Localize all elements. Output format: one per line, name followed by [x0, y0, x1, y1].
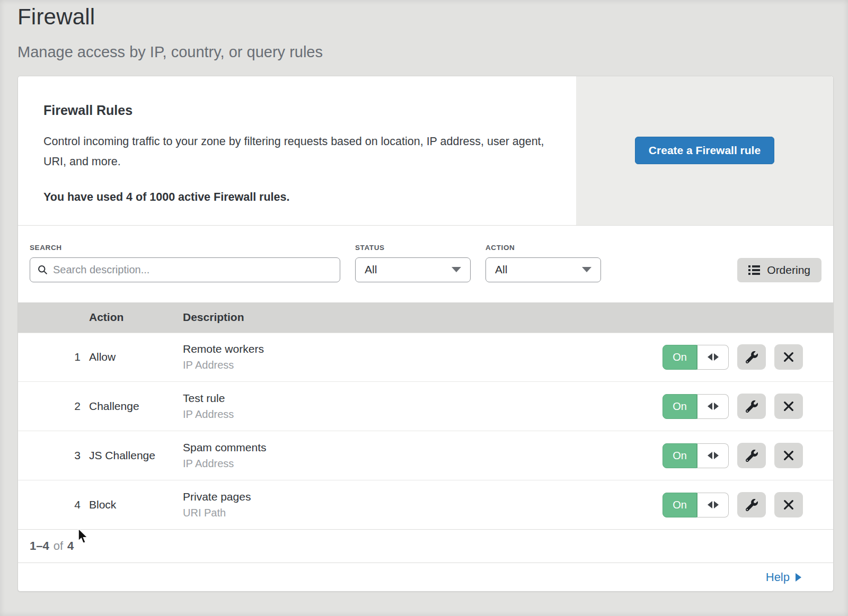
create-firewall-rule-button[interactable]: Create a Firewall rule [635, 137, 774, 164]
close-icon [783, 499, 794, 511]
column-header-action: Action [89, 311, 183, 324]
toggle-on-segment[interactable]: On [662, 493, 697, 517]
search-label: SEARCH [30, 244, 340, 252]
rule-enabled-toggle[interactable]: On [662, 493, 729, 517]
action-select[interactable]: All [485, 257, 601, 282]
pagination-total: 4 [67, 539, 74, 553]
filters-bar: SEARCH STATUS All ACTION All [18, 226, 833, 302]
edit-rule-button[interactable] [737, 394, 766, 419]
rule-action: JS Challenge [89, 449, 183, 462]
wrench-icon [746, 351, 758, 363]
table-row: 4 Block Private pages URI Path On [18, 480, 833, 529]
status-select[interactable]: All [355, 257, 471, 282]
close-icon [783, 351, 794, 363]
firewall-rules-card: Firewall Rules Control incoming traffic … [17, 76, 834, 592]
rule-enabled-toggle[interactable]: On [662, 394, 729, 419]
rule-match-field: IP Address [183, 408, 605, 421]
close-icon [783, 450, 794, 461]
rule-enabled-toggle[interactable]: On [662, 345, 729, 370]
action-selected-value: All [495, 263, 507, 276]
chevron-down-icon [582, 267, 591, 272]
create-rule-panel: Create a Firewall rule [576, 76, 833, 225]
rule-match-field: IP Address [183, 458, 605, 470]
rule-description: Test rule [183, 392, 605, 405]
rule-priority: 1 [74, 351, 89, 363]
mouse-cursor-icon [77, 528, 90, 547]
delete-rule-button[interactable] [774, 394, 803, 419]
rule-description-cell: Private pages URI Path [183, 490, 605, 519]
toggle-handle-arrows-icon[interactable] [697, 394, 729, 419]
rule-description: Remote workers [183, 343, 605, 355]
rule-priority: 4 [74, 498, 89, 511]
firewall-page: { "page": { "title": "Firewall", "subtit… [0, 0, 848, 616]
list-ordering-icon [748, 265, 760, 275]
table-row: 2 Challenge Test rule IP Address On [18, 381, 833, 431]
toggle-handle-arrows-icon[interactable] [697, 493, 729, 517]
status-filter-group: STATUS All [355, 244, 471, 282]
rule-match-field: IP Address [183, 359, 605, 371]
rule-controls: On [605, 394, 833, 419]
rule-priority: 2 [74, 400, 89, 413]
help-link-label: Help [766, 570, 790, 584]
search-box[interactable] [30, 257, 340, 282]
table-header: Action Description [18, 302, 833, 333]
chevron-down-icon [452, 267, 461, 272]
rules-usage-note: You have used 4 of 1000 active Firewall … [43, 191, 551, 204]
rule-action: Block [89, 498, 183, 511]
delete-rule-button[interactable] [774, 492, 803, 517]
edit-rule-button[interactable] [737, 344, 766, 370]
rule-controls: On [605, 443, 833, 468]
status-selected-value: All [365, 263, 377, 276]
page-subtitle: Manage access by IP, country, or query r… [17, 43, 848, 61]
delete-rule-button[interactable] [774, 344, 803, 370]
rule-action: Allow [89, 351, 183, 363]
intro-section: Firewall Rules Control incoming traffic … [18, 76, 833, 226]
close-icon [783, 400, 794, 412]
edit-rule-button[interactable] [737, 443, 766, 468]
arrow-right-icon [796, 573, 801, 582]
page-title: Firewall [17, 4, 848, 30]
rules-heading: Firewall Rules [43, 103, 551, 118]
card-footer: Help [18, 563, 833, 591]
table-row: 3 JS Challenge Spam comments IP Address … [18, 431, 833, 480]
wrench-icon [746, 450, 758, 462]
rule-controls: On [605, 492, 833, 517]
rule-description-cell: Test rule IP Address [183, 392, 605, 421]
delete-rule-button[interactable] [774, 443, 803, 468]
status-label: STATUS [355, 244, 471, 252]
wrench-icon [746, 400, 758, 413]
pagination-bar: 1–4 of 4 [18, 529, 833, 563]
help-link[interactable]: Help [766, 570, 801, 584]
rule-description: Spam comments [183, 441, 605, 454]
rule-description-cell: Spam comments IP Address [183, 441, 605, 470]
toggle-on-segment[interactable]: On [662, 345, 697, 370]
page-header: Firewall Manage access by IP, country, o… [0, 0, 848, 61]
rules-description: Control incoming traffic to your zone by… [43, 132, 547, 172]
intro-text-panel: Firewall Rules Control incoming traffic … [18, 76, 576, 225]
action-filter-group: ACTION All [485, 244, 601, 282]
search-filter-group: SEARCH [30, 244, 340, 282]
edit-rule-button[interactable] [737, 492, 766, 517]
action-label: ACTION [485, 244, 601, 252]
toggle-handle-arrows-icon[interactable] [697, 345, 729, 370]
toggle-on-segment[interactable]: On [662, 394, 697, 419]
search-icon [37, 264, 48, 275]
wrench-icon [746, 499, 758, 511]
pagination-of: of [54, 539, 63, 553]
rule-controls: On [605, 344, 833, 370]
toggle-handle-arrows-icon[interactable] [697, 443, 729, 468]
column-header-description: Description [183, 311, 605, 324]
table-row: 1 Allow Remote workers IP Address On [18, 333, 833, 382]
rule-description: Private pages [183, 490, 605, 503]
ordering-button-label: Ordering [767, 264, 810, 276]
rule-match-field: URI Path [183, 507, 605, 519]
pagination-range: 1–4 [30, 539, 49, 553]
toggle-on-segment[interactable]: On [662, 443, 697, 468]
search-input[interactable] [53, 264, 333, 276]
ordering-button[interactable]: Ordering [737, 258, 822, 282]
rule-enabled-toggle[interactable]: On [662, 443, 729, 468]
rule-priority: 3 [74, 449, 89, 462]
rule-action: Challenge [89, 400, 183, 413]
rule-description-cell: Remote workers IP Address [183, 343, 605, 371]
